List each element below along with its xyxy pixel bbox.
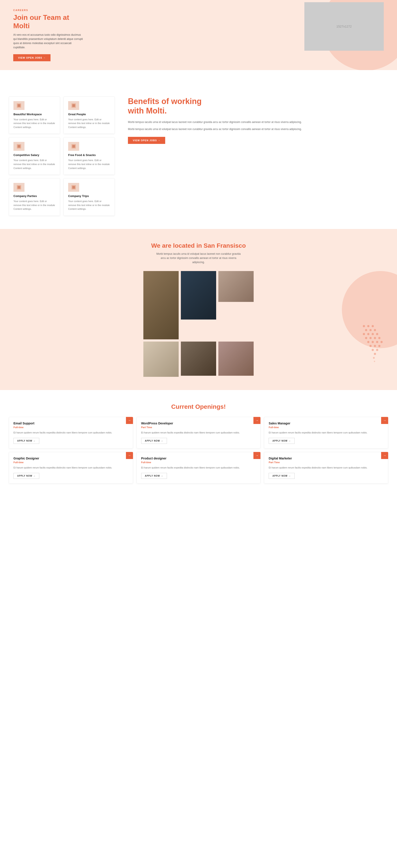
job-card-5: → Digital Marketer Part Time Et harum qu… <box>264 452 388 484</box>
job-card-arrow-5: → <box>381 452 388 459</box>
job-title-5: Digital Marketer <box>268 457 384 460</box>
benefit-card-0: Beautiful Workspace Your content goes he… <box>9 96 60 134</box>
location-heading-prefix: We are located in <box>151 242 204 249</box>
apply-button-0[interactable]: APPLY NOW → <box>13 438 39 444</box>
job-card-2: → Sales Manager Full-time Et harum quide… <box>264 417 388 448</box>
benefit-card-title-5: Company Trips <box>68 194 110 198</box>
hero-image-wrapper: 1527x1272 <box>304 2 384 51</box>
svg-point-36 <box>373 357 375 359</box>
job-type-0: Full-time <box>13 426 129 429</box>
benefits-para1: Morbi tempus iaculis urna id volutpat la… <box>128 120 388 124</box>
hero-title: Join our Team at Molti <box>13 13 84 30</box>
openings-section: Current Openings! → Email Support Full-t… <box>0 390 397 496</box>
benefit-card-icon-1 <box>68 101 79 110</box>
benefits-cards: Beautiful Workspace Your content goes he… <box>9 96 115 216</box>
benefit-card-icon-0 <box>13 101 25 110</box>
svg-point-14 <box>372 325 374 327</box>
svg-point-15 <box>365 329 367 331</box>
hero-label: CAREERS <box>13 9 84 11</box>
apply-button-5[interactable]: APPLY NOW → <box>268 473 294 479</box>
benefits-heading-accent: Benefits <box>128 97 159 106</box>
job-title-4: Product designer <box>141 457 256 460</box>
gallery-photo-building <box>181 271 216 319</box>
job-description-4: Et harum quidem rerum facilis expedita d… <box>141 466 256 470</box>
svg-rect-7 <box>72 145 75 148</box>
job-description-3: Et harum quidem rerum facilis expedita d… <box>13 466 129 470</box>
benefit-card-text-1: Your content goes here. Edit or remove t… <box>68 118 110 129</box>
gallery-photo-office1 <box>143 271 179 339</box>
benefit-card-title-4: Company Parties <box>13 194 55 198</box>
job-card-0: → Email Support Full-time Et harum quide… <box>9 417 133 448</box>
svg-rect-1 <box>18 104 20 107</box>
benefit-card-icon-3 <box>68 142 79 151</box>
benefit-card-title-0: Beautiful Workspace <box>13 113 55 116</box>
svg-point-12 <box>363 325 365 327</box>
svg-point-27 <box>372 341 374 343</box>
svg-point-28 <box>376 341 378 343</box>
apply-button-3[interactable]: APPLY NOW → <box>13 473 39 479</box>
decorative-dots <box>362 324 388 368</box>
apply-button-2[interactable]: APPLY NOW → <box>268 438 294 444</box>
svg-point-19 <box>367 333 369 335</box>
job-title-3: Graphic Designer <box>13 457 129 460</box>
job-type-1: Part Time <box>141 426 256 429</box>
hero-description: At vero eos et accusamus iusto odio dign… <box>13 33 84 50</box>
hero-content: CAREERS Join our Team at Molti At vero e… <box>13 9 84 61</box>
benefit-card-5: Company Trips Your content goes here. Ed… <box>63 178 115 216</box>
svg-point-34 <box>376 349 378 351</box>
benefit-card-text-0: Your content goes here. Edit or remove t… <box>13 118 55 129</box>
svg-point-31 <box>374 345 376 347</box>
apply-button-4[interactable]: APPLY NOW → <box>141 473 167 479</box>
benefits-para2: Morbi tempus iaculis urna id volutpat la… <box>128 127 388 131</box>
benefits-grid-wrapper: Beautiful Workspace Your content goes he… <box>9 96 388 216</box>
location-gallery <box>143 271 254 377</box>
job-card-3: → Graphic Designer Full-time Et harum qu… <box>9 452 133 484</box>
job-title-0: Email Support <box>13 422 129 425</box>
location-heading-accent: San Fransisco <box>204 242 246 249</box>
benefit-card-icon-2 <box>13 142 25 151</box>
location-description: Morbi tempus iaculis urna id volutpat la… <box>154 252 243 265</box>
svg-point-32 <box>378 345 380 347</box>
openings-heading: Current Openings! <box>9 403 388 410</box>
job-card-arrow-2: → <box>381 417 388 424</box>
benefits-cta-button[interactable]: VIEW OPEN JOBS → <box>128 137 165 144</box>
svg-point-37 <box>374 361 375 362</box>
apply-button-1[interactable]: APPLY NOW → <box>141 438 167 444</box>
job-card-arrow-3: → <box>126 452 133 459</box>
hero-image-placeholder: 1527x1272 <box>304 2 384 51</box>
openings-heading-accent: Openings! <box>195 403 226 410</box>
benefit-card-3: Free Food & Snacks Your content goes her… <box>63 137 115 175</box>
job-type-5: Part Time <box>268 461 384 464</box>
job-description-5: Et harum quidem rerum facilis expedita d… <box>268 466 384 470</box>
gallery-photo-meeting <box>218 271 254 302</box>
hero-cta-button[interactable]: VIEW OPEN JOBS → <box>13 54 51 61</box>
benefits-section: Beautiful Workspace Your content goes he… <box>0 83 397 229</box>
benefit-card-title-1: Great People <box>68 113 110 116</box>
benefit-card-title-2: Competitive Salary <box>13 153 55 157</box>
svg-point-24 <box>374 337 376 339</box>
svg-point-26 <box>367 341 369 343</box>
svg-point-13 <box>367 325 369 327</box>
benefits-heading: Benefits of workingwith Molti. <box>128 96 388 116</box>
svg-rect-11 <box>72 186 75 189</box>
benefit-card-text-2: Your content goes here. Edit or remove t… <box>13 158 55 170</box>
svg-point-23 <box>369 337 372 339</box>
job-card-4: → Product designer Full-time Et harum qu… <box>137 452 261 484</box>
svg-rect-5 <box>18 145 20 148</box>
benefit-card-text-4: Your content goes here. Edit or remove t… <box>13 199 55 211</box>
job-card-arrow-4: → <box>253 452 260 459</box>
svg-point-20 <box>372 333 374 335</box>
svg-point-25 <box>378 337 380 339</box>
gallery-photo-desk <box>143 342 179 377</box>
svg-point-17 <box>374 329 376 331</box>
job-description-0: Et harum quidem rerum facilis expedita d… <box>13 431 129 435</box>
benefit-card-2: Competitive Salary Your content goes her… <box>9 137 60 175</box>
gallery-photo-woman <box>218 342 254 376</box>
svg-rect-3 <box>72 104 75 107</box>
hero-title-prefix: Join our Team at <box>13 13 69 21</box>
svg-point-16 <box>369 329 372 331</box>
benefit-card-icon-4 <box>13 183 25 192</box>
job-type-2: Full-time <box>268 426 384 429</box>
job-card-1: → WordPress Developer Part Time Et harum… <box>137 417 261 448</box>
location-section: We are located in San Fransisco Morbi te… <box>0 229 397 390</box>
